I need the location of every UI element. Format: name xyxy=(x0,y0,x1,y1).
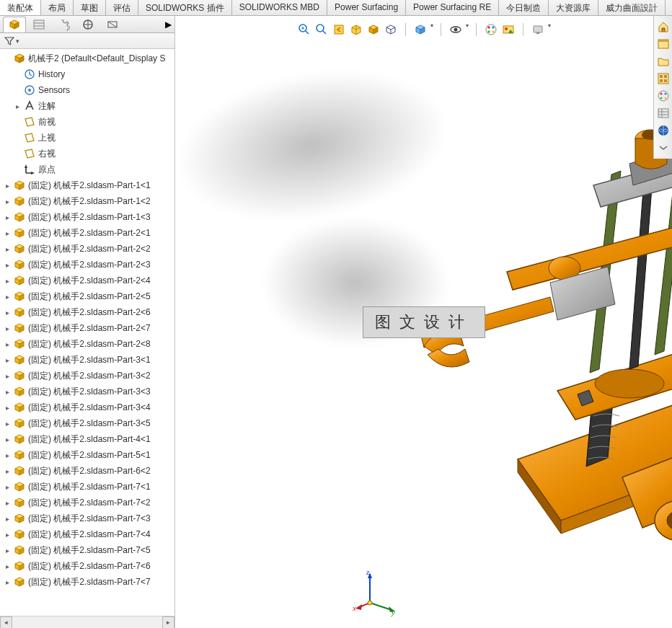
tree-item[interactable]: ▸注解 xyxy=(1,98,174,114)
tree-part-item[interactable]: ▸(固定) 机械手2.sldasm-Part-4<1 xyxy=(1,431,174,447)
home-icon[interactable] xyxy=(655,19,672,35)
tree-part-item[interactable]: ▸(固定) 机械手2.sldasm-Part-2<5 xyxy=(1,288,174,304)
display-style-icon[interactable] xyxy=(384,22,398,37)
tree-part-item[interactable]: ▸(固定) 机械手2.sldasm-Part-7<7 xyxy=(1,574,174,590)
hide-show-icon[interactable] xyxy=(413,22,428,37)
assembly-icon[interactable] xyxy=(3,17,26,32)
expander-icon[interactable]: ▸ xyxy=(3,277,12,285)
props-icon[interactable] xyxy=(27,17,50,32)
expander-icon[interactable]: ▸ xyxy=(3,578,12,586)
expander-icon[interactable]: ▸ xyxy=(3,182,12,190)
panel-tab-overflow[interactable]: ▶ xyxy=(162,17,174,32)
expander-icon[interactable]: ▸ xyxy=(3,261,12,269)
tree-item[interactable]: Sensors xyxy=(1,82,174,98)
expander-icon[interactable]: ▸ xyxy=(3,404,12,412)
config-icon[interactable] xyxy=(52,17,75,32)
view-triad[interactable] xyxy=(355,570,399,614)
expander-icon[interactable]: ▸ xyxy=(3,340,12,348)
command-tab[interactable]: 威 xyxy=(666,0,672,15)
tree-part-item[interactable]: ▸(固定) 机械手2.sldasm-Part-2<8 xyxy=(1,336,174,352)
tree-part-item[interactable]: ▸(固定) 机械手2.sldasm-Part-1<3 xyxy=(1,209,174,225)
expander-icon[interactable]: ▸ xyxy=(3,293,12,301)
tree-item[interactable]: 前视 xyxy=(1,114,174,130)
expander-icon[interactable]: ▸ xyxy=(3,562,12,570)
tree-part-item[interactable]: ▸(固定) 机械手2.sldasm-Part-7<4 xyxy=(1,526,174,542)
view-palette-icon[interactable] xyxy=(655,71,672,87)
tree-part-item[interactable]: ▸(固定) 机械手2.sldasm-Part-3<2 xyxy=(1,368,174,384)
feature-tree[interactable]: 机械手2 (Default<Default_Display SHistorySe… xyxy=(0,49,174,616)
command-tab[interactable]: SOLIDWORKS 插件 xyxy=(138,0,232,15)
expander-icon[interactable]: ▸ xyxy=(3,547,12,554)
render-icon[interactable] xyxy=(531,22,545,37)
zoom-fit-icon[interactable] xyxy=(297,22,311,37)
expander-icon[interactable]: ▸ xyxy=(3,388,12,396)
custom-props-icon[interactable] xyxy=(655,105,672,121)
tree-part-item[interactable]: ▸(固定) 机械手2.sldasm-Part-2<2 xyxy=(1,241,174,257)
zoom-area-icon[interactable] xyxy=(314,22,329,37)
hide-icon[interactable] xyxy=(101,17,124,32)
tree-part-item[interactable]: ▸(固定) 机械手2.sldasm-Part-7<6 xyxy=(1,558,174,574)
tree-part-item[interactable]: ▸(固定) 机械手2.sldasm-Part-1<2 xyxy=(1,193,174,209)
expander-icon[interactable]: ▸ xyxy=(13,102,22,110)
command-tab[interactable]: 评估 xyxy=(106,0,138,15)
tree-part-item[interactable]: ▸(固定) 机械手2.sldasm-Part-3<5 xyxy=(1,415,174,431)
tree-part-item[interactable]: ▸(固定) 机械手2.sldasm-Part-3<4 xyxy=(1,399,174,415)
tree-item[interactable]: 上视 xyxy=(1,130,174,146)
expander-icon[interactable]: ▸ xyxy=(3,435,12,443)
prev-view-icon[interactable] xyxy=(332,22,346,37)
horizontal-scrollbar[interactable]: ◂ ▸ xyxy=(0,616,174,628)
tree-part-item[interactable]: ▸(固定) 机械手2.sldasm-Part-2<7 xyxy=(1,320,174,336)
tree-part-item[interactable]: ▸(固定) 机械手2.sldasm-Part-1<1 xyxy=(1,177,174,193)
expander-icon[interactable]: ▸ xyxy=(3,356,12,364)
tree-item[interactable]: 右视 xyxy=(1,146,174,162)
tree-part-item[interactable]: ▸(固定) 机械手2.sldasm-Part-3<1 xyxy=(1,352,174,368)
command-tab[interactable]: 威力曲面設計 xyxy=(598,0,666,15)
tree-part-item[interactable]: ▸(固定) 机械手2.sldasm-Part-7<5 xyxy=(1,542,174,558)
expander-icon[interactable]: ▸ xyxy=(3,229,12,237)
appearances-icon[interactable] xyxy=(655,88,672,104)
expander-icon[interactable]: ▸ xyxy=(3,420,12,428)
forum-icon[interactable] xyxy=(655,123,672,138)
tree-part-item[interactable]: ▸(固定) 机械手2.sldasm-Part-7<1 xyxy=(1,479,174,495)
tree-item[interactable]: History xyxy=(1,66,174,82)
scroll-right-arrow[interactable]: ▸ xyxy=(162,616,174,629)
tree-part-item[interactable]: ▸(固定) 机械手2.sldasm-Part-2<6 xyxy=(1,304,174,320)
tree-part-item[interactable]: ▸(固定) 机械手2.sldasm-Part-7<2 xyxy=(1,495,174,510)
tree-root[interactable]: 机械手2 (Default<Default_Display S xyxy=(1,50,174,66)
tree-part-item[interactable]: ▸(固定) 机械手2.sldasm-Part-2<1 xyxy=(1,225,174,241)
command-tab[interactable]: 大资源库 xyxy=(549,0,598,15)
filter-icon[interactable] xyxy=(4,36,14,46)
expander-icon[interactable]: ▸ xyxy=(3,467,12,475)
tree-part-item[interactable]: ▸(固定) 机械手2.sldasm-Part-3<3 xyxy=(1,384,174,399)
expander-icon[interactable]: ▸ xyxy=(3,324,12,332)
expander-icon[interactable]: ▸ xyxy=(3,515,12,523)
expander-icon[interactable]: ▸ xyxy=(3,245,12,253)
expander-icon[interactable]: ▸ xyxy=(3,451,12,459)
appearance-icon[interactable] xyxy=(484,22,498,37)
view-orient-icon[interactable] xyxy=(366,22,381,37)
overflow-icon[interactable] xyxy=(655,140,672,156)
command-tab[interactable]: 草图 xyxy=(74,0,106,15)
expander-icon[interactable]: ▸ xyxy=(3,531,12,539)
expander-icon[interactable]: ▸ xyxy=(3,483,12,491)
graphics-viewport[interactable]: ▾ ▾ ▾ xyxy=(175,16,672,628)
expander-icon[interactable]: ▸ xyxy=(3,309,12,317)
filter-dropdown[interactable]: ▾ xyxy=(16,37,19,45)
scroll-left-arrow[interactable]: ◂ xyxy=(0,616,12,629)
display-icon[interactable] xyxy=(76,17,100,32)
expander-icon[interactable]: ▸ xyxy=(3,372,12,380)
tree-part-item[interactable]: ▸(固定) 机械手2.sldasm-Part-2<3 xyxy=(1,257,174,273)
command-tab[interactable]: Power Surfacing xyxy=(327,0,406,15)
expander-icon[interactable]: ▸ xyxy=(3,213,12,221)
expander-icon[interactable]: ▸ xyxy=(3,499,12,507)
command-tab[interactable]: 今日制造 xyxy=(499,0,549,15)
file-explorer-icon[interactable] xyxy=(655,53,672,69)
tree-part-item[interactable]: ▸(固定) 机械手2.sldasm-Part-5<1 xyxy=(1,447,174,463)
tree-item[interactable]: 原点 xyxy=(1,162,174,177)
section-view-icon[interactable] xyxy=(349,22,363,37)
tree-part-item[interactable]: ▸(固定) 机械手2.sldasm-Part-7<3 xyxy=(1,510,174,526)
expander-icon[interactable]: ▸ xyxy=(3,198,12,205)
scene-icon[interactable] xyxy=(501,22,516,37)
command-tab[interactable]: 装配体 xyxy=(0,0,41,15)
command-tab[interactable]: Power Surfacing RE xyxy=(406,0,499,15)
